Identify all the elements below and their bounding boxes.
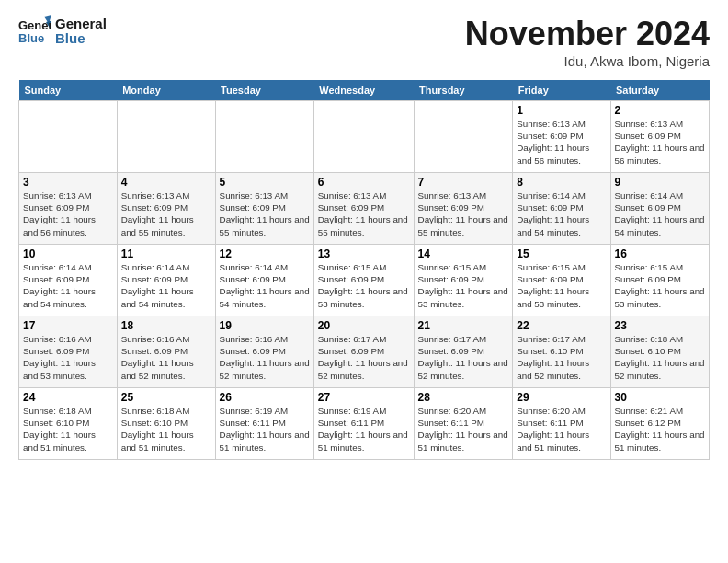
calendar-cell [215,101,313,173]
calendar-cell: 24Sunrise: 6:18 AM Sunset: 6:10 PM Dayli… [19,388,118,460]
day-info: Sunrise: 6:16 AM Sunset: 6:09 PM Dayligh… [220,333,310,382]
day-info: Sunrise: 6:18 AM Sunset: 6:10 PM Dayligh… [615,333,706,382]
logo: GeneralBlue General Blue General Blue [18,15,107,48]
calendar-cell: 26Sunrise: 6:19 AM Sunset: 6:11 PM Dayli… [215,388,313,460]
calendar-week-row: 3Sunrise: 6:13 AM Sunset: 6:09 PM Daylig… [19,173,710,245]
calendar-cell: 5Sunrise: 6:13 AM Sunset: 6:09 PM Daylig… [215,173,313,245]
day-number: 30 [615,391,706,404]
calendar-cell: 18Sunrise: 6:16 AM Sunset: 6:09 PM Dayli… [117,316,215,388]
day-number: 20 [318,319,410,332]
svg-text:General: General [18,18,51,32]
col-wednesday: Wednesday [313,80,414,101]
day-info: Sunrise: 6:18 AM Sunset: 6:10 PM Dayligh… [23,405,113,454]
day-info: Sunrise: 6:13 AM Sunset: 6:09 PM Dayligh… [121,190,211,238]
logo-svg-icon: GeneralBlue [18,15,51,48]
calendar-cell: 11Sunrise: 6:14 AM Sunset: 6:09 PM Dayli… [117,245,215,316]
calendar-cell: 25Sunrise: 6:18 AM Sunset: 6:10 PM Dayli… [117,388,215,460]
day-number: 15 [517,247,606,260]
day-info: Sunrise: 6:15 AM Sunset: 6:09 PM Dayligh… [318,261,410,310]
col-saturday: Saturday [610,80,710,101]
day-info: Sunrise: 6:14 AM Sunset: 6:09 PM Dayligh… [615,190,706,238]
day-number: 13 [318,247,410,260]
day-number: 1 [517,104,606,117]
day-number: 2 [615,104,706,117]
calendar-cell: 2Sunrise: 6:13 AM Sunset: 6:09 PM Daylig… [610,101,710,173]
day-info: Sunrise: 6:19 AM Sunset: 6:11 PM Dayligh… [220,405,310,454]
day-number: 11 [121,247,211,260]
day-number: 24 [23,391,113,404]
calendar-cell: 21Sunrise: 6:17 AM Sunset: 6:09 PM Dayli… [414,316,513,388]
day-info: Sunrise: 6:17 AM Sunset: 6:10 PM Dayligh… [517,333,606,382]
calendar-cell: 10Sunrise: 6:14 AM Sunset: 6:09 PM Dayli… [19,245,118,316]
calendar-cell: 3Sunrise: 6:13 AM Sunset: 6:09 PM Daylig… [19,173,118,245]
calendar-header-row: Sunday Monday Tuesday Wednesday Thursday… [19,80,710,101]
day-info: Sunrise: 6:13 AM Sunset: 6:09 PM Dayligh… [615,118,706,167]
page-container: GeneralBlue General Blue General Blue No… [0,0,728,469]
day-number: 26 [220,391,310,404]
calendar-cell [117,101,215,173]
calendar-cell: 20Sunrise: 6:17 AM Sunset: 6:09 PM Dayli… [313,316,414,388]
calendar-cell [313,101,414,173]
calendar-table: Sunday Monday Tuesday Wednesday Thursday… [18,80,710,460]
day-info: Sunrise: 6:13 AM Sunset: 6:09 PM Dayligh… [318,190,410,238]
day-info: Sunrise: 6:14 AM Sunset: 6:09 PM Dayligh… [220,261,310,310]
day-info: Sunrise: 6:13 AM Sunset: 6:09 PM Dayligh… [418,190,509,238]
day-number: 7 [418,176,509,189]
day-number: 6 [318,176,410,189]
calendar-cell: 4Sunrise: 6:13 AM Sunset: 6:09 PM Daylig… [117,173,215,245]
calendar-cell: 28Sunrise: 6:20 AM Sunset: 6:11 PM Dayli… [414,388,513,460]
day-number: 18 [121,319,211,332]
day-info: Sunrise: 6:13 AM Sunset: 6:09 PM Dayligh… [517,118,606,167]
day-number: 27 [318,391,410,404]
calendar-week-row: 17Sunrise: 6:16 AM Sunset: 6:09 PM Dayli… [19,316,710,388]
month-title: November 2024 [465,15,710,53]
col-monday: Monday [117,80,215,101]
location: Idu, Akwa Ibom, Nigeria [465,53,710,69]
col-tuesday: Tuesday [215,80,313,101]
svg-text:Blue: Blue [18,31,44,45]
calendar-cell: 12Sunrise: 6:14 AM Sunset: 6:09 PM Dayli… [215,245,313,316]
day-number: 8 [517,176,606,189]
day-info: Sunrise: 6:15 AM Sunset: 6:09 PM Dayligh… [517,261,606,310]
day-number: 16 [615,247,706,260]
day-info: Sunrise: 6:17 AM Sunset: 6:09 PM Dayligh… [318,333,410,382]
day-number: 14 [418,247,509,260]
day-info: Sunrise: 6:14 AM Sunset: 6:09 PM Dayligh… [517,190,606,238]
day-info: Sunrise: 6:14 AM Sunset: 6:09 PM Dayligh… [23,261,113,310]
title-block: November 2024 Idu, Akwa Ibom, Nigeria [465,15,710,69]
calendar-cell: 27Sunrise: 6:19 AM Sunset: 6:11 PM Dayli… [313,388,414,460]
calendar-cell: 6Sunrise: 6:13 AM Sunset: 6:09 PM Daylig… [313,173,414,245]
day-number: 17 [23,319,113,332]
calendar-cell: 9Sunrise: 6:14 AM Sunset: 6:09 PM Daylig… [610,173,710,245]
calendar-week-row: 24Sunrise: 6:18 AM Sunset: 6:10 PM Dayli… [19,388,710,460]
day-info: Sunrise: 6:20 AM Sunset: 6:11 PM Dayligh… [517,405,606,454]
col-friday: Friday [513,80,610,101]
calendar-cell [414,101,513,173]
day-number: 3 [23,176,113,189]
calendar-cell: 22Sunrise: 6:17 AM Sunset: 6:10 PM Dayli… [513,316,610,388]
day-info: Sunrise: 6:18 AM Sunset: 6:10 PM Dayligh… [121,405,211,454]
day-info: Sunrise: 6:15 AM Sunset: 6:09 PM Dayligh… [418,261,509,310]
calendar-cell: 8Sunrise: 6:14 AM Sunset: 6:09 PM Daylig… [513,173,610,245]
calendar-cell: 7Sunrise: 6:13 AM Sunset: 6:09 PM Daylig… [414,173,513,245]
day-number: 9 [615,176,706,189]
day-info: Sunrise: 6:16 AM Sunset: 6:09 PM Dayligh… [23,333,113,382]
day-number: 4 [121,176,211,189]
calendar-cell: 29Sunrise: 6:20 AM Sunset: 6:11 PM Dayli… [513,388,610,460]
day-info: Sunrise: 6:21 AM Sunset: 6:12 PM Dayligh… [615,405,706,454]
day-info: Sunrise: 6:19 AM Sunset: 6:11 PM Dayligh… [318,405,410,454]
day-info: Sunrise: 6:17 AM Sunset: 6:09 PM Dayligh… [418,333,509,382]
day-number: 22 [517,319,606,332]
day-info: Sunrise: 6:20 AM Sunset: 6:11 PM Dayligh… [418,405,509,454]
calendar-cell: 1Sunrise: 6:13 AM Sunset: 6:09 PM Daylig… [513,101,610,173]
day-info: Sunrise: 6:14 AM Sunset: 6:09 PM Dayligh… [121,261,211,310]
calendar-week-row: 1Sunrise: 6:13 AM Sunset: 6:09 PM Daylig… [19,101,710,173]
logo-general: General [55,17,107,32]
col-sunday: Sunday [19,80,118,101]
day-number: 25 [121,391,211,404]
logo-blue: Blue [55,31,107,47]
calendar-cell: 14Sunrise: 6:15 AM Sunset: 6:09 PM Dayli… [414,245,513,316]
calendar-cell: 16Sunrise: 6:15 AM Sunset: 6:09 PM Dayli… [610,245,710,316]
calendar-cell: 23Sunrise: 6:18 AM Sunset: 6:10 PM Dayli… [610,316,710,388]
calendar-cell: 19Sunrise: 6:16 AM Sunset: 6:09 PM Dayli… [215,316,313,388]
